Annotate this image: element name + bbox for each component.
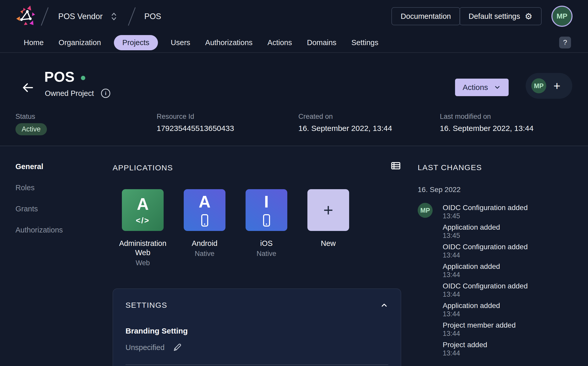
resource-id-value: 179235445513650433 <box>157 124 234 133</box>
default-settings-button[interactable]: Default settings ⚙ <box>459 7 542 25</box>
sidebar-item-roles[interactable]: Roles <box>15 183 63 192</box>
new-app-tile[interactable]: + <box>307 189 349 231</box>
meta-resource-id: Resource Id 179235445513650433 <box>157 113 234 133</box>
unfold-icon <box>110 12 117 21</box>
branding-setting-value: Unspecified <box>125 343 165 352</box>
event-time: 13:44 <box>443 290 583 298</box>
documentation-button[interactable]: Documentation <box>391 7 460 25</box>
app-window: POS Vendor POS Documentation Default set… <box>0 0 588 366</box>
settings-title: SETTINGS <box>125 301 167 310</box>
tab-organization[interactable]: Organization <box>58 38 101 47</box>
app-initial: I <box>264 194 269 210</box>
sidebar-item-grants[interactable]: Grants <box>15 204 63 213</box>
app-tile-administration-web[interactable]: A </> <box>122 189 164 231</box>
view-toggle-button[interactable] <box>390 160 401 171</box>
header-divider <box>0 146 588 146</box>
add-member-icon[interactable]: + <box>553 80 560 92</box>
tab-users[interactable]: Users <box>171 38 190 47</box>
active-dot-icon <box>81 76 85 80</box>
tab-authorizations[interactable]: Authorizations <box>205 38 253 47</box>
event-title: Application added <box>443 301 583 310</box>
event-time: 13:44 <box>443 349 583 357</box>
change-event: OIDC Configuration added 13:44 <box>443 243 583 259</box>
event-time: 13:44 <box>443 310 583 318</box>
resource-id-label: Resource Id <box>157 113 234 121</box>
main-content: APPLICATIONS A </> Administrat <box>113 160 401 366</box>
tab-projects[interactable]: Projects <box>114 35 158 50</box>
tab-domains[interactable]: Domains <box>307 38 336 47</box>
app-card-android: A Android Native <box>174 189 236 267</box>
status-label: Status <box>15 113 47 121</box>
app-card-new: + New <box>297 189 359 267</box>
applications-title: APPLICATIONS <box>113 163 173 172</box>
event-title: Application added <box>443 223 583 232</box>
changes-list: MP OIDC Configuration added 13:45 Applic… <box>418 203 583 357</box>
zitadel-logo-icon[interactable] <box>14 5 37 27</box>
tab-actions[interactable]: Actions <box>267 38 292 47</box>
tab-settings[interactable]: Settings <box>351 38 379 47</box>
applications-grid: A </> Administration Web Web A Android N… <box>112 189 359 267</box>
edit-button[interactable] <box>172 343 182 352</box>
back-button[interactable] <box>21 81 35 94</box>
change-event: Application added 13:45 <box>443 223 583 240</box>
help-button[interactable]: ? <box>559 37 571 48</box>
event-title: Application added <box>443 262 583 271</box>
event-title: Project added <box>443 340 583 349</box>
settings-card: SETTINGS Branding Setting Unspecified <box>113 288 401 366</box>
user-avatar[interactable]: MP <box>551 6 573 27</box>
event-title: Project member added <box>443 321 583 330</box>
pencil-icon <box>172 343 182 352</box>
meta-modified: Last modified on 16. September 2022, 13:… <box>440 113 534 133</box>
change-event: Application added 13:44 <box>443 301 583 318</box>
last-changes-title: LAST CHANGES <box>418 163 583 172</box>
app-type-label: Native <box>195 250 215 258</box>
project-title: POS <box>44 69 75 85</box>
top-bar: POS Vendor POS Documentation Default set… <box>0 0 588 33</box>
modified-on-value: 16. September 2022, 13:44 <box>440 124 534 133</box>
event-time: 13:44 <box>443 330 583 338</box>
app-card-administration-web: A </> Administration Web Web <box>112 189 174 267</box>
phone-icon <box>201 214 208 227</box>
breadcrumb-slash-icon <box>41 7 48 26</box>
actions-label: Actions <box>463 83 488 92</box>
breadcrumb-project-name[interactable]: POS <box>144 0 161 33</box>
branding-setting-row: Unspecified <box>125 343 388 352</box>
actions-dropdown-button[interactable]: Actions <box>455 79 509 96</box>
page-title-row: POS <box>44 69 85 85</box>
tab-home[interactable]: Home <box>24 38 44 47</box>
change-event: OIDC Configuration added 13:45 <box>443 203 583 220</box>
app-card-ios: I iOS Native <box>236 189 297 267</box>
project-members-pill[interactable]: MP + <box>526 73 572 99</box>
changes-date: 16. Sep 2022 <box>418 185 583 194</box>
app-type-label: Native <box>257 250 276 258</box>
app-name: iOS <box>260 239 273 248</box>
event-title: OIDC Configuration added <box>443 282 583 290</box>
org-switcher[interactable]: POS Vendor <box>58 0 117 33</box>
code-icon: </> <box>136 217 150 224</box>
modified-on-label: Last modified on <box>440 113 534 121</box>
app-tile-ios[interactable]: I <box>246 189 287 231</box>
meta-status: Status Active <box>15 113 47 135</box>
event-time: 13:44 <box>443 251 583 259</box>
sidebar-item-general[interactable]: General <box>15 162 63 171</box>
documentation-label: Documentation <box>401 12 451 21</box>
plus-icon: + <box>323 202 333 219</box>
sidebar-item-authorizations[interactable]: Authorizations <box>15 226 63 234</box>
change-event: Project added 13:44 <box>443 340 583 357</box>
phone-icon <box>263 214 270 227</box>
info-icon[interactable]: i <box>101 89 110 98</box>
collapse-button[interactable] <box>380 301 388 309</box>
change-event: Application added 13:44 <box>443 262 583 279</box>
card-divider <box>125 364 388 365</box>
change-event: Project member added 13:44 <box>443 321 583 338</box>
meta-created: Created on 16. September 2022, 13:44 <box>298 113 392 133</box>
back-arrow-icon <box>21 81 34 94</box>
default-settings-label: Default settings <box>469 12 520 21</box>
chevron-down-icon <box>494 84 501 91</box>
app-initial: A <box>137 196 149 212</box>
app-tile-android[interactable]: A <box>184 189 225 231</box>
page-subtitle-row: Owned Project i <box>45 89 110 98</box>
breadcrumb-org-name: POS Vendor <box>58 12 103 21</box>
table-view-icon <box>390 160 401 171</box>
event-time: 13:45 <box>443 212 583 220</box>
